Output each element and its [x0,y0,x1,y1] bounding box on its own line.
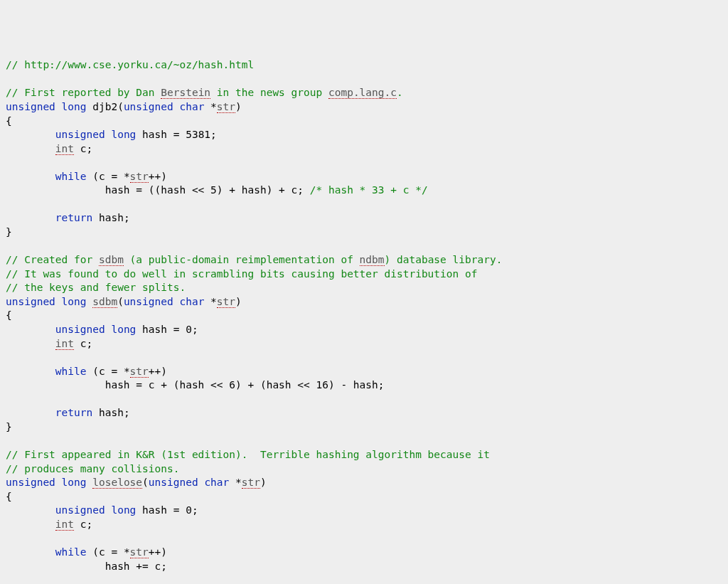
code-token: djb2( [87,101,124,112]
code-token: char [179,101,204,112]
code-token: // Created for [6,254,99,265]
code-line: // First reported by Dan Berstein in the… [6,86,722,100]
code-line [6,573,722,584]
code-token: unsigned [55,324,105,335]
code-token: sdbm [99,254,124,266]
code-line: return hash; [6,211,722,225]
code-token: int [55,519,74,531]
code-line: unsigned long loselose(unsigned char *st… [6,476,722,490]
code-token: unsigned [124,296,173,307]
code-token: char [204,477,229,488]
code-token: hash; [92,407,129,418]
code-token: unsigned [124,101,173,112]
code-token: long [62,477,87,488]
code-token [6,366,55,377]
code-token: hash += c; [6,561,167,572]
code-token [55,296,62,307]
code-token [6,546,55,558]
code-line: } [6,420,722,435]
code-token: long [111,129,136,140]
code-line [6,434,722,448]
code-token: // It was found to do well in scrambling… [6,268,477,280]
code-token: while [55,366,87,377]
code-token: } [6,421,12,432]
code-token: // produces many collisions. [6,463,179,474]
code-token [6,504,55,516]
code-token: // First reported by Dan [6,87,161,98]
code-token: loselose [92,477,142,489]
code-line: hash = ((hash << 5) + hash) + c; /* hash… [6,184,722,198]
code-line: int c; [6,337,722,351]
code-token: in the news group [210,87,328,98]
code-line: // First appeared in K&R (1st edition). … [6,448,722,462]
code-token: str [242,477,260,489]
code-token: while [55,546,87,558]
code-token: ++) [149,546,167,558]
code-token: unsigned [55,129,105,140]
code-token: unsigned [6,477,55,488]
code-token [6,143,55,154]
code-token [87,296,93,307]
code-token: (c = * [87,171,130,182]
code-token [6,212,55,223]
code-token: hash = 0; [136,324,198,335]
code-line: return hash; [6,406,722,420]
code-token: hash = c + (hash << 6) + (hash << 16) - … [6,379,385,391]
code-token: str [130,366,149,378]
code-line: unsigned long djb2(unsigned char *str) [6,100,722,115]
code-line: while (c = *str++) [6,546,722,560]
code-line [6,73,722,87]
code-line: { [6,490,722,504]
code-token: ) [235,296,242,307]
code-token: (c = * [87,366,130,377]
code-token [6,407,55,418]
code-line: } [6,225,722,240]
code-token: // the keys and fewer splits. [6,282,186,293]
code-line: // Created for sdbm (a public-domain rei… [6,253,722,267]
code-token: hash = 5381; [136,129,217,140]
code-token: /* hash * 33 + c */ [310,184,428,196]
code-line: hash = c + (hash << 6) + (hash << 16) - … [6,378,722,393]
code-line: { [6,309,722,323]
code-token: long [111,324,136,335]
code-token: str [130,546,149,558]
code-line [6,240,722,254]
code-line: unsigned long hash = 0; [6,323,722,337]
code-line: while (c = *str++) [6,170,722,184]
code-token: char [179,296,204,307]
code-line: // produces many collisions. [6,462,722,477]
code-token: int [55,143,74,155]
code-line [6,393,722,407]
code-token: c; [74,338,92,349]
code-token: int [55,338,74,350]
code-token: hash = 0; [136,504,198,516]
code-line: // It was found to do well in scrambling… [6,267,722,282]
code-line [6,156,722,170]
code-token: * [204,101,216,112]
code-line: hash += c; [6,560,722,574]
code-token: unsigned [6,101,55,112]
code-token: * [229,477,241,488]
code-token: unsigned [55,504,105,516]
code-token: ++) [149,366,167,377]
code-token [55,101,62,112]
code-line: unsigned long hash = 0; [6,504,722,518]
code-line: int c; [6,142,722,156]
code-token: c; [74,519,92,530]
code-line: while (c = *str++) [6,365,722,379]
code-line: unsigned long sdbm(unsigned char *str) [6,295,722,309]
code-token: . [397,87,403,98]
code-token: ) [260,477,267,488]
code-token: hash = ((hash << 5) + hash) + c; [6,184,310,196]
code-token: ( [117,296,124,307]
code-token: ++) [149,171,167,182]
code-line: // http://www.cse.yorku.ca/~oz/hash.html [6,58,722,73]
code-token [6,519,55,530]
code-block: // http://www.cse.yorku.ca/~oz/hash.html… [6,58,722,584]
code-token [87,477,93,488]
code-token: * [204,296,216,307]
code-token: return [55,212,92,223]
code-token: ) [235,101,242,112]
code-token: ( [142,477,149,488]
code-line: int c; [6,518,722,532]
